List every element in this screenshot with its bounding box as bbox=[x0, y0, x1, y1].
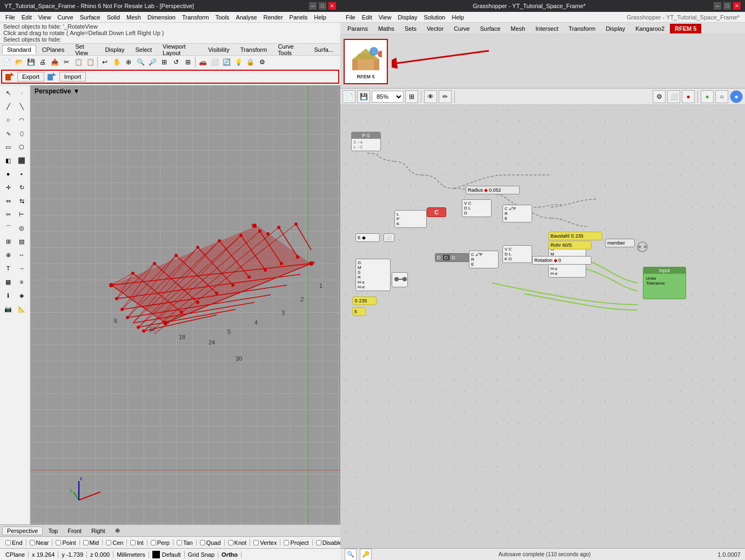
cen-checkbox[interactable] bbox=[106, 540, 111, 545]
mid-check[interactable]: Mid bbox=[80, 539, 103, 546]
rhino-minimize-btn[interactable]: ─ bbox=[309, 2, 317, 10]
int-checkbox[interactable] bbox=[130, 540, 136, 545]
rhino-menu-curve[interactable]: Curve bbox=[54, 14, 76, 21]
arc-tool[interactable]: ◠ bbox=[15, 113, 28, 126]
fillet-tool[interactable]: ⌒ bbox=[2, 221, 15, 234]
int-check[interactable]: Int bbox=[127, 539, 147, 546]
paste-icon[interactable]: 📋 bbox=[84, 56, 96, 68]
gh-menu-solution[interactable]: Solution bbox=[420, 14, 448, 21]
c-block-node[interactable]: C bbox=[427, 207, 446, 217]
ps-input-node[interactable]: P S 3→41→2 bbox=[351, 132, 381, 151]
curve-tool[interactable]: ∿ bbox=[2, 127, 15, 140]
new-file-icon[interactable]: 📄 bbox=[1, 56, 13, 68]
quad-checkbox[interactable] bbox=[200, 540, 205, 545]
zoom-extend-icon[interactable]: ⊕ bbox=[123, 56, 135, 68]
zoom-out-icon[interactable]: 🔎 bbox=[146, 56, 158, 68]
rhino-maximize-btn[interactable]: □ bbox=[319, 2, 326, 10]
cre-node2[interactable]: C 🖊PRE bbox=[469, 251, 499, 268]
polyline-tool[interactable]: ╲ bbox=[15, 100, 28, 113]
gh-tab-transform[interactable]: Transform bbox=[563, 24, 600, 33]
split-tool[interactable]: ⊢ bbox=[15, 208, 28, 221]
zoom-in-icon[interactable]: 🔍 bbox=[135, 56, 146, 68]
render4-icon[interactable]: 💡 bbox=[232, 56, 244, 68]
camera-tool[interactable]: 📷 bbox=[2, 302, 15, 315]
lpk-node[interactable]: LPK bbox=[394, 210, 427, 228]
gh-circle2-icon[interactable]: ○ bbox=[715, 90, 728, 103]
render5-icon[interactable]: 🔒 bbox=[244, 56, 256, 68]
open-icon[interactable]: 📂 bbox=[13, 56, 25, 68]
num6-node[interactable]: 6 ◆ bbox=[355, 233, 380, 242]
perp-checkbox[interactable] bbox=[151, 540, 156, 545]
vertex-check[interactable]: Vertex bbox=[250, 539, 280, 546]
rohr-node[interactable]: Rohr 60/5 bbox=[548, 241, 592, 249]
select-tool[interactable]: ↖ bbox=[2, 86, 15, 99]
tab-surface[interactable]: Surfa... bbox=[310, 45, 338, 55]
grid-snap-label[interactable]: Grid Snap bbox=[185, 551, 219, 558]
rect-tool[interactable]: ▭ bbox=[2, 140, 15, 153]
import-button[interactable]: Import bbox=[59, 72, 86, 82]
gh-save-icon[interactable]: 💾 bbox=[357, 90, 370, 103]
rhino-menu-file[interactable]: File bbox=[2, 14, 18, 21]
zoom-select[interactable]: 85% 50% 75% 100% 125% 150% 200% bbox=[372, 91, 404, 103]
gh-green-icon[interactable]: ● bbox=[701, 90, 714, 103]
viewport-front-tab[interactable]: Front bbox=[63, 527, 86, 535]
gh-close-btn[interactable]: ✕ bbox=[733, 2, 741, 10]
snap-tool[interactable]: ⊕ bbox=[2, 248, 15, 261]
rotate-icon[interactable]: ↺ bbox=[170, 56, 182, 68]
gh-menu-display[interactable]: Display bbox=[394, 14, 420, 21]
rhino-menu-dimension[interactable]: Dimension bbox=[144, 14, 179, 21]
gh-tab-curve[interactable]: Curve bbox=[449, 24, 474, 33]
gh-tab-sets[interactable]: Sets bbox=[400, 24, 421, 33]
gh-red-circle-icon[interactable]: ● bbox=[682, 90, 695, 103]
point-tool[interactable]: · bbox=[15, 86, 28, 99]
pan-icon[interactable]: ✋ bbox=[111, 56, 123, 68]
rfem-icon-group[interactable]: RFEM 5 bbox=[344, 39, 388, 84]
render2-icon[interactable]: ⬜ bbox=[209, 56, 220, 68]
array-tool[interactable]: ⊞ bbox=[2, 235, 15, 248]
gh-tab-surface[interactable]: Surface bbox=[475, 24, 505, 33]
point-check[interactable]: Point bbox=[52, 539, 79, 546]
gh-maximize-btn[interactable]: □ bbox=[723, 2, 731, 10]
dimension-tool[interactable]: ↔ bbox=[15, 248, 28, 261]
copy-icon[interactable]: 📋 bbox=[72, 56, 84, 68]
rhino-menu-panels[interactable]: Panels bbox=[286, 14, 311, 21]
tan-check[interactable]: Tan bbox=[173, 539, 197, 546]
vertex-checkbox[interactable] bbox=[253, 540, 259, 545]
rhino-menu-mesh[interactable]: Mesh bbox=[123, 14, 144, 21]
vcld-node1[interactable]: V CD L D bbox=[462, 199, 492, 217]
tab-viewport-layout[interactable]: Viewport Layout bbox=[158, 42, 202, 58]
tab-cplanes[interactable]: CPlanes bbox=[37, 45, 70, 55]
zoom-window-icon[interactable]: ⊞ bbox=[158, 56, 170, 68]
gh-key-icon[interactable]: 🔑 bbox=[360, 549, 372, 561]
car-icon[interactable]: 🚗 bbox=[197, 56, 209, 68]
surface-tool[interactable]: ◧ bbox=[2, 154, 15, 167]
tab-display[interactable]: Display bbox=[100, 45, 129, 55]
line-tool[interactable]: ╱ bbox=[2, 100, 15, 113]
hatch-tool[interactable]: ▦ bbox=[2, 275, 15, 288]
viewport-top-tab[interactable]: Top bbox=[44, 527, 62, 535]
cen-check[interactable]: Cen bbox=[103, 539, 127, 546]
gh-menu-edit[interactable]: Edit bbox=[359, 14, 375, 21]
viewport-perspective-tab[interactable]: Perspective bbox=[2, 527, 43, 535]
sphere-tool[interactable]: ● bbox=[2, 167, 15, 180]
member-label-node[interactable]: member bbox=[605, 239, 635, 247]
leader-tool[interactable]: → bbox=[15, 262, 28, 275]
move-tool[interactable]: ✛ bbox=[2, 181, 15, 194]
export-icon[interactable]: 📤 bbox=[49, 56, 61, 68]
viewport-right-tab[interactable]: Right bbox=[87, 527, 110, 535]
disable-checkbox[interactable] bbox=[316, 540, 321, 545]
gh-menu-view[interactable]: View bbox=[375, 14, 395, 21]
grid-icon[interactable]: ⊞ bbox=[182, 56, 194, 68]
ellipse-tool[interactable]: ⬯ bbox=[15, 127, 28, 140]
render3-icon[interactable]: 🔄 bbox=[220, 56, 232, 68]
cut-icon[interactable]: ✂ bbox=[61, 56, 72, 68]
scale-tool[interactable]: ⇔ bbox=[2, 194, 15, 207]
tan-checkbox[interactable] bbox=[177, 540, 182, 545]
print-icon[interactable]: 🖨 bbox=[37, 56, 49, 68]
mirror-tool[interactable]: ⇆ bbox=[15, 194, 28, 207]
gh-new-icon[interactable]: 📄 bbox=[343, 90, 355, 103]
viewport-add-tab[interactable]: ⊕ bbox=[111, 527, 124, 535]
member-widget[interactable] bbox=[392, 272, 408, 287]
group-tool[interactable]: ▤ bbox=[15, 235, 28, 248]
tab-setview[interactable]: Set View bbox=[70, 42, 99, 58]
